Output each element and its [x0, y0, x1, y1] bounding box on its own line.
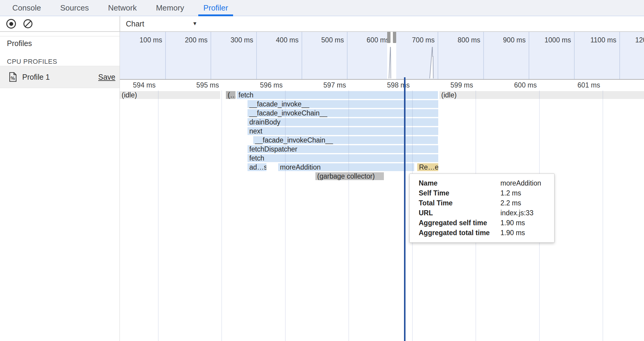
profiles-sidebar: Profiles CPU PROFILES % Profile 1 Save: [0, 32, 120, 341]
flame-grid-line: [348, 91, 349, 341]
tooltip-value: moreAddition: [500, 179, 549, 187]
flame-bar-fetchdispatcher[interactable]: fetchDispatcher: [248, 145, 438, 153]
tooltip-value: 1.90 ms: [500, 219, 549, 227]
flame-ruler-label: 597 ms: [295, 81, 346, 89]
flame-bar-ad-s[interactable]: ad…s: [248, 163, 266, 171]
flame-ruler-label: 595 ms: [168, 81, 219, 89]
summary-tooltip: NamemoreAdditionSelf Time1.2 msTotal Tim…: [409, 174, 554, 243]
sidebar-item-profile-1[interactable]: % Profile 1 Save: [0, 66, 120, 88]
tooltip-label: Aggregated total time: [419, 229, 500, 237]
flame-bar-facade-invoke[interactable]: __facade_invoke__: [248, 100, 438, 108]
tooltip-row: Aggregated self time1.90 ms: [419, 218, 549, 228]
flame-grid-line: [285, 91, 286, 341]
flame-ruler-label: 594 ms: [120, 81, 156, 89]
tooltip-value: 1.90 ms: [500, 229, 549, 237]
tab-network[interactable]: Network: [103, 0, 142, 16]
flame-bar-drainbody[interactable]: drainBody: [248, 118, 438, 126]
record-icon: [6, 19, 16, 29]
tooltip-label: Name: [419, 179, 500, 187]
flame-ruler-label: 596 ms: [232, 81, 283, 89]
flame-bar-fetch[interactable]: fetch: [248, 154, 438, 162]
profiler-toolbar: Chart ▼: [0, 16, 644, 32]
tooltip-row: URLindex.js:33: [419, 208, 549, 218]
tooltip-label: Self Time: [419, 189, 500, 197]
tooltip-row: Total Time2.2 ms: [419, 198, 549, 208]
tooltip-row: Self Time1.2 ms: [419, 188, 549, 198]
profile-view-select-value: Chart: [126, 20, 144, 28]
flame-bar-fetch[interactable]: fetch: [237, 91, 438, 99]
record-profile-button[interactable]: [6, 19, 16, 29]
overview-timeline[interactable]: 100 ms200 ms300 ms400 ms500 ms600 ms700 …: [120, 32, 644, 79]
tab-sources[interactable]: Sources: [55, 0, 94, 16]
profile-view-select[interactable]: Chart ▼: [126, 16, 197, 31]
cpu-activity-spikes: [120, 32, 644, 79]
flame-bar-idle[interactable]: (idle): [439, 91, 644, 99]
flame-grid-line: [603, 91, 603, 341]
tab-profiler[interactable]: Profiler: [198, 0, 233, 16]
clear-icon: [23, 19, 32, 28]
chevron-down-icon: ▼: [192, 21, 197, 27]
tooltip-label: Aggregated self time: [419, 219, 500, 227]
tooltip-row: NamemoreAddition: [419, 178, 549, 188]
flame-ruler-label: 598 ms: [359, 81, 410, 89]
playhead-line[interactable]: [404, 77, 406, 341]
selection-handle-right[interactable]: [393, 32, 396, 43]
flame-bar-next[interactable]: next: [248, 127, 438, 135]
flame-ruler-label: 601 ms: [549, 81, 600, 89]
sidebar-heading: Profiles: [7, 39, 32, 48]
profile-name: Profile 1: [22, 73, 50, 81]
flame-bar-garbage-collector[interactable]: (garbage collector): [315, 172, 384, 180]
tooltip-value: index.js:33: [500, 209, 549, 217]
sidebar-divider: [0, 36, 120, 36]
tooltip-label: Total Time: [419, 199, 500, 207]
tooltip-value: 1.2 ms: [500, 189, 549, 197]
flame-ruler-label: 600 ms: [486, 81, 537, 89]
tooltip-value: 2.2 ms: [500, 199, 549, 207]
flame-ruler-label: 599 ms: [422, 81, 473, 89]
flame-bar-facade-invokechain[interactable]: __facade_invokeChain__: [253, 136, 438, 144]
flame-grid-line: [221, 91, 222, 341]
flame-bar-facade-invokechain[interactable]: __facade_invokeChain__: [248, 109, 438, 117]
flame-bar-idle[interactable]: (idle): [120, 91, 220, 99]
svg-text:%: %: [11, 76, 15, 81]
flame-bar-re-e[interactable]: Re…e: [417, 163, 438, 171]
devtools-window: ConsoleSourcesNetworkMemoryProfiler Char…: [0, 0, 644, 341]
flame-chart[interactable]: 594 ms595 ms596 ms597 ms598 ms599 ms600 …: [120, 80, 644, 341]
tooltip-label: URL: [419, 209, 500, 217]
clear-profiles-button[interactable]: [23, 19, 33, 29]
profile-document-icon: %: [9, 72, 17, 82]
tab-console[interactable]: Console: [7, 0, 46, 16]
tooltip-row: Aggregated total time1.90 ms: [419, 228, 549, 238]
selection-handle-left[interactable]: [387, 32, 390, 43]
profiler-controls: [0, 16, 120, 31]
flame-grid-line: [158, 91, 159, 341]
cpu-profiles-section-label: CPU PROFILES: [7, 58, 57, 66]
devtools-tab-bar: ConsoleSourcesNetworkMemoryProfiler: [0, 0, 644, 16]
tab-memory[interactable]: Memory: [151, 0, 189, 16]
save-profile-link[interactable]: Save: [98, 73, 115, 81]
flame-bar-moreaddition[interactable]: moreAddition: [278, 163, 414, 171]
flame-bar-bar[interactable]: (…: [226, 91, 235, 99]
